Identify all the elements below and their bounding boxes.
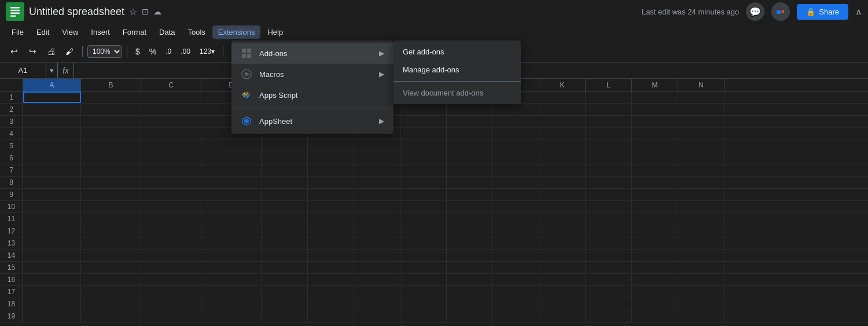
share-button[interactable]: 🔒 Share	[797, 4, 848, 20]
svg-marker-11	[245, 72, 249, 76]
last-edit-text: Last edit was 24 minutes ago	[642, 8, 739, 16]
svg-rect-0	[6, 2, 24, 21]
svg-rect-2	[10, 10, 20, 11]
menu-extensions[interactable]: Extensions	[212, 25, 261, 39]
collapse-icon[interactable]: ∧	[855, 6, 862, 17]
share-lock-icon: 🔒	[806, 8, 815, 16]
addons-divider	[393, 81, 521, 82]
apps-script-menu-item[interactable]: Apps Script	[231, 85, 393, 105]
move-icon[interactable]: ⊡	[142, 7, 149, 16]
menu-view[interactable]: View	[56, 25, 84, 39]
menu-bar: File Edit View Insert Format Data Tools …	[0, 23, 868, 41]
svg-rect-3	[10, 13, 20, 14]
menu-help[interactable]: Help	[262, 25, 289, 39]
col-header-k[interactable]: K	[539, 79, 586, 91]
table-row: 11	[0, 213, 868, 225]
cell-k1[interactable]	[539, 91, 586, 103]
manage-addons-item[interactable]: Manage add-ons	[393, 61, 521, 79]
col-header-a[interactable]: A	[23, 79, 81, 91]
table-row: 4	[0, 128, 868, 140]
get-addons-item[interactable]: Get add-ons	[393, 43, 521, 61]
cell-c2[interactable]	[141, 104, 201, 115]
print-button[interactable]: 🖨	[43, 43, 59, 60]
appsheet-icon	[241, 115, 252, 127]
sheet-container: A B C D E F G H I J K L M N 1 2 3 4 5 6 …	[0, 79, 868, 323]
extensions-dropdown: Add-ons ▶ Macros ▶ Apps Script	[231, 41, 393, 134]
share-label: Share	[819, 8, 839, 16]
grid-body: 1 2 3 4 5 6 7 8 9 10 11 12 13 14 15 16 1…	[0, 91, 868, 323]
table-row: 18	[0, 298, 868, 310]
cell-a2[interactable]	[23, 104, 81, 115]
cloud-icon[interactable]: ☁	[153, 7, 161, 16]
title-bar: Untitled spreadsheet ☆ ⊡ ☁ Last edit was…	[0, 0, 868, 23]
header-right: Last edit was 24 minutes ago 💬 🔒 Share ∧	[642, 2, 862, 21]
col-header-b[interactable]: B	[81, 79, 141, 91]
appsheet-arrow-icon: ▶	[379, 117, 384, 125]
cell-b2[interactable]	[81, 104, 141, 115]
cell-reference-input[interactable]	[0, 63, 46, 78]
apps-script-label: Apps Script	[259, 91, 384, 100]
menu-tools[interactable]: Tools	[182, 25, 211, 39]
meet-button[interactable]	[771, 2, 790, 21]
table-row: 2	[0, 104, 868, 116]
redo-button[interactable]: ↪	[24, 43, 41, 60]
view-doc-addons-item[interactable]: View document add-ons	[393, 84, 521, 102]
toolbar-separator-3	[223, 46, 223, 57]
col-header-m[interactable]: M	[632, 79, 678, 91]
macros-label: Macros	[259, 70, 372, 79]
app-logo[interactable]	[6, 2, 24, 21]
formula-dropdown[interactable]: ▾	[46, 63, 58, 78]
col-header-c[interactable]: C	[141, 79, 201, 91]
table-row: 17	[0, 286, 868, 298]
table-row: 9	[0, 189, 868, 201]
addons-menu-item[interactable]: Add-ons ▶	[231, 43, 393, 64]
row-num-2: 2	[0, 104, 23, 115]
addons-submenu: Get add-ons Manage add-ons View document…	[393, 41, 521, 104]
svg-rect-4	[10, 15, 16, 16]
table-row: 14	[0, 250, 868, 262]
macros-arrow-icon: ▶	[379, 70, 384, 78]
macros-menu-item[interactable]: Macros ▶	[231, 64, 393, 85]
table-row: 10	[0, 201, 868, 213]
table-row: 15	[0, 262, 868, 274]
cell-m1[interactable]	[632, 91, 678, 103]
paint-format-button[interactable]: 🖌	[61, 43, 78, 60]
table-row: 13	[0, 237, 868, 250]
more-formats-button[interactable]: 123▾	[196, 46, 218, 57]
row-num-1: 1	[0, 91, 23, 103]
table-row: 12	[0, 225, 868, 237]
macros-icon	[241, 68, 252, 80]
menu-edit[interactable]: Edit	[31, 25, 55, 39]
menu-insert[interactable]: Insert	[85, 25, 116, 39]
cell-a1[interactable]	[23, 91, 81, 103]
svg-rect-7	[247, 49, 251, 53]
star-icon[interactable]: ☆	[129, 6, 137, 17]
col-header-l[interactable]: L	[586, 79, 632, 91]
svg-rect-6	[242, 49, 246, 53]
cell-l1[interactable]	[586, 91, 632, 103]
undo-button[interactable]: ↩	[6, 43, 22, 60]
menu-file[interactable]: File	[6, 25, 30, 39]
apps-script-icon	[241, 89, 252, 101]
addons-icon	[241, 47, 252, 59]
row-num-3: 3	[0, 116, 23, 127]
cell-n1[interactable]	[678, 91, 724, 103]
menu-format[interactable]: Format	[117, 25, 152, 39]
menu-divider-1	[231, 108, 393, 108]
appsheet-menu-item[interactable]: AppSheet ▶	[231, 111, 393, 131]
appsheet-label: AppSheet	[259, 117, 372, 126]
document-title[interactable]: Untitled spreadsheet	[29, 6, 124, 18]
chat-button[interactable]: 💬	[746, 2, 764, 21]
currency-button[interactable]: $	[132, 46, 144, 57]
table-row: 16	[0, 274, 868, 286]
cell-b1[interactable]	[81, 91, 141, 103]
percent-button[interactable]: %	[146, 46, 160, 57]
dec-increase-button[interactable]: .00	[177, 46, 194, 57]
table-row: 8	[0, 177, 868, 189]
menu-data[interactable]: Data	[153, 25, 181, 39]
cell-c1[interactable]	[141, 91, 201, 103]
dec-decrease-button[interactable]: .0	[162, 46, 175, 57]
zoom-selector[interactable]: 100% 75% 50% 125% 150%	[87, 45, 122, 58]
col-header-n[interactable]: N	[678, 79, 724, 91]
corner-cell	[0, 79, 23, 91]
